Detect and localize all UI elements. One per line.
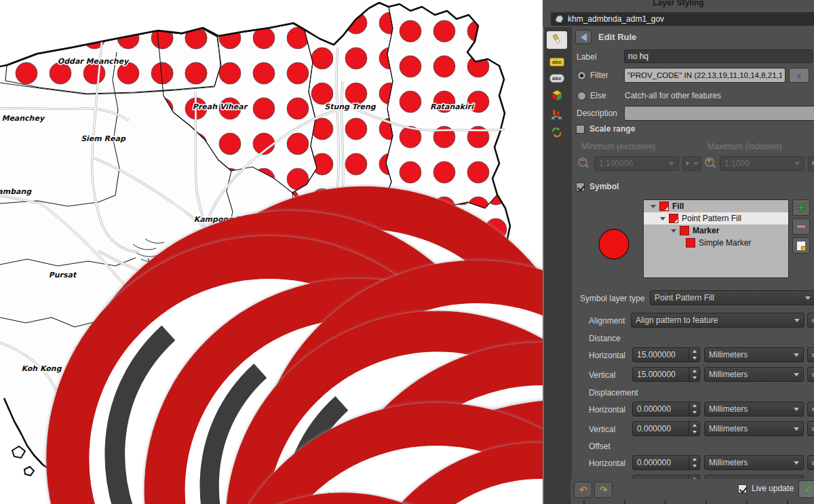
distance-vertical-label: Vertical [589,370,615,380]
symbol-tree-item-fill[interactable]: Fill [644,200,788,212]
symbol-preview [594,224,634,265]
displacement-vertical-label: Vertical [589,425,615,434]
data-defined-override-button[interactable]: ≡ [807,455,814,470]
caret-down-icon [693,162,699,166]
else-description: Catch-all for other features [625,91,721,100]
check-icon: ✓ [804,483,813,495]
scale-max-label: Maximum (inclusive) [708,142,781,151]
symbology-tab[interactable] [547,31,567,49]
caret-down-icon [794,408,799,411]
offset-horizontal-unit-combo[interactable]: Millimeters [704,455,804,470]
bottom-ruler [571,500,814,504]
history-arrows-icon [550,126,564,138]
displacement-vertical-unit-combo[interactable]: Millimeters [704,421,804,436]
displacement-vertical-spinbox[interactable]: 0.000000 [632,421,700,436]
description-label: Description [577,109,617,118]
filter-label: Filter [590,71,608,80]
max-scale-picker-combo[interactable] [808,156,814,171]
offset-section-label: Offset [589,442,610,451]
live-update-checkbox[interactable] [738,484,747,493]
distance-vertical-spinbox[interactable]: 15.000000 [632,367,700,382]
labels-tab[interactable]: abc [547,53,567,71]
remove-symbol-layer-button[interactable] [792,218,810,235]
displacement-section-label: Displacement [589,388,638,398]
min-scale-combo[interactable]: 1:100000 [594,156,679,171]
symbol-tree-item-simple-marker[interactable]: Simple Marker [644,237,788,249]
alignment-combo[interactable]: Align pattern to feature [631,313,805,328]
province-label: Pursat [49,271,77,279]
back-button[interactable] [575,30,592,44]
duplicate-icon [796,241,806,251]
map-pointer-icon [811,160,814,167]
distance-horizontal-spinbox[interactable]: 15.000000 [632,347,700,362]
symbol-tree: Fill Point Pattern Fill Marker Simple Ma… [643,199,789,278]
minus-icon [796,225,806,229]
scale-range-checkbox[interactable] [576,125,585,134]
displacement-horizontal-label: Horizontal [589,405,625,414]
symbol-checkbox[interactable] [576,182,585,191]
expression-builder-button[interactable]: ε [789,68,809,83]
symbol-tree-item-marker[interactable]: Marker [644,225,788,237]
callouts-icon: abc [549,74,564,83]
expand-icon [651,205,656,208]
distance-horizontal-unit-combo[interactable]: Millimeters [704,347,804,362]
expand-icon [671,229,676,233]
offset-horizontal-spinbox[interactable]: 0.000000 [632,455,700,470]
label-input[interactable] [624,50,813,63]
epsilon-icon: ε [797,71,801,81]
duplicate-symbol-layer-button[interactable] [792,237,810,254]
distance-vertical-unit-combo[interactable]: Millimeters [704,367,804,382]
scale-min-label: Minimum (exclusive) [581,142,655,151]
panel-title: Layer Styling [543,0,814,7]
diagrams-tab[interactable] [547,106,567,123]
offset-horizontal-label: Horizontal [589,459,625,468]
symbol-tree-item-point-pattern-fill[interactable]: Point Pattern Fill [644,212,788,225]
qgis-window: Oddar MeancheyBanteay MeancheySiem ReapP… [0,0,814,504]
data-defined-override-button[interactable]: ≡ [807,347,814,362]
add-symbol-layer-button[interactable] [792,199,810,216]
symbol-layer-type-label: Symbol layer type [580,294,644,303]
data-defined-override-button[interactable]: ≡ [807,313,814,328]
filter-expression-input[interactable] [624,68,786,83]
distance-horizontal-label: Horizontal [589,351,625,360]
displacement-horizontal-spinbox[interactable]: 0.000000 [632,402,700,416]
zoom-in-icon [703,157,716,169]
distance-section-label: Distance [589,334,621,343]
caret-down-icon [794,353,799,357]
redo-button[interactable]: ↷ [594,482,613,498]
expand-icon [660,217,665,220]
3d-view-tab[interactable] [547,87,567,104]
max-scale-combo[interactable]: 1:1000 [720,156,805,171]
data-defined-override-button[interactable]: ≡ [807,367,814,382]
diagram-icon [550,109,564,121]
caret-down-icon [794,162,800,166]
province-label: Ratanakiri [430,102,474,111]
back-arrow-icon [581,33,587,41]
caret-down-icon [669,162,674,166]
province-label: Oddar Meanchey [58,57,130,66]
map-canvas[interactable]: Oddar MeancheyBanteay MeancheySiem ReapP… [0,0,543,504]
data-defined-override-button[interactable]: ≡ [807,421,814,436]
callouts-tab[interactable]: abc [547,69,567,87]
caret-down-icon [805,296,811,300]
alignment-label: Alignment [589,316,625,326]
symbol-label: Symbol [589,182,619,191]
displacement-horizontal-unit-combo[interactable]: Millimeters [704,402,804,416]
undo-button[interactable]: ↶ [574,482,592,498]
zoom-out-icon [577,157,589,169]
layer-name: khm_admbnda_adm1_gov [568,14,664,24]
caret-down-icon [794,319,800,322]
apply-button[interactable]: ✓ [798,480,814,498]
point-pattern-fill-swatch [669,214,678,223]
scale-range-label: Scale range [589,124,635,134]
min-scale-picker-combo[interactable] [682,156,701,171]
description-input[interactable] [624,106,814,121]
province-label: Battambang [0,187,32,196]
data-defined-override-button[interactable]: ≡ [807,402,814,416]
layer-selector[interactable]: khm_admbnda_adm1_gov [551,12,814,26]
else-radio[interactable] [577,92,586,100]
filter-radio[interactable] [577,71,586,80]
labels-icon: abc [549,58,564,66]
history-tab[interactable] [547,123,567,141]
symbol-layer-type-combo[interactable]: Point Pattern Fill [650,290,814,305]
